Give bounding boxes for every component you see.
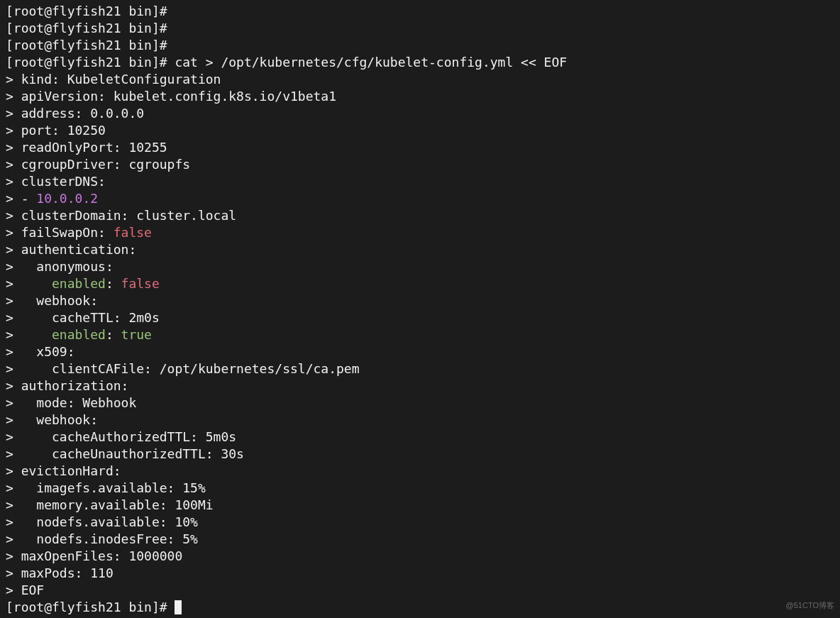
terminal-text-segment: > maxOpenFiles: 1000000 [6, 548, 182, 563]
terminal-text-segment: > webhook: [6, 412, 98, 427]
terminal-text-segment: [root@flyfish21 bin]# [6, 600, 175, 614]
terminal-text-segment: > failSwapOn: [6, 225, 114, 240]
terminal-line: > maxOpenFiles: 1000000 [6, 548, 834, 565]
terminal-text-segment: > cgroupDriver: cgroupfs [6, 157, 190, 172]
terminal-line: > webhook: [6, 412, 834, 429]
terminal-text-segment: > nodefs.inodesFree: 5% [6, 531, 198, 546]
terminal-text-segment: : [106, 327, 121, 342]
terminal-text-segment: enabled [52, 276, 106, 291]
terminal-line: > cgroupDriver: cgroupfs [6, 156, 834, 173]
terminal-text-segment: > clientCAFile: /opt/kubernetes/ssl/ca.p… [6, 361, 360, 376]
terminal-text-segment: > EOF [6, 583, 44, 597]
terminal-text-segment: > maxPods: 110 [6, 565, 114, 580]
terminal-output[interactable]: [root@flyfish21 bin]#[root@flyfish21 bin… [0, 0, 840, 618]
terminal-cursor [175, 600, 182, 614]
terminal-text-segment: enabled [52, 327, 106, 342]
terminal-text-segment: > apiVersion: kubelet.config.k8s.io/v1be… [6, 89, 336, 104]
terminal-line: > port: 10250 [6, 122, 834, 139]
terminal-line: > readOnlyPort: 10255 [6, 139, 834, 156]
terminal-text-segment: > nodefs.available: 10% [6, 514, 198, 529]
terminal-line: > cacheAuthorizedTTL: 5m0s [6, 429, 834, 446]
terminal-text-segment: > webhook: [6, 293, 98, 308]
terminal-text-segment: > evictionHard: [6, 463, 121, 478]
watermark-text: @51CTO博客 [786, 597, 834, 614]
terminal-line: [root@flyfish21 bin]# [6, 599, 834, 616]
terminal-line: > evictionHard: [6, 463, 834, 480]
terminal-text-segment: : [106, 276, 121, 291]
terminal-line: > - 10.0.0.2 [6, 190, 834, 207]
terminal-line: > kind: KubeletConfiguration [6, 71, 834, 88]
terminal-line: [root@flyfish21 bin]# [6, 20, 834, 37]
terminal-text-segment: > memory.available: 100Mi [6, 497, 214, 512]
terminal-line: > clusterDomain: cluster.local [6, 207, 834, 224]
terminal-line: > clientCAFile: /opt/kubernetes/ssl/ca.p… [6, 360, 834, 377]
terminal-line: > cacheTTL: 2m0s [6, 309, 834, 326]
terminal-text-segment: > mode: Webhook [6, 395, 136, 410]
terminal-text-segment: true [121, 327, 152, 342]
terminal-text-segment: > address: 0.0.0.0 [6, 106, 144, 121]
terminal-text-segment: > cacheUnauthorizedTTL: 30s [6, 446, 244, 461]
terminal-text-segment: > cacheTTL: 2m0s [6, 310, 160, 325]
terminal-line: > authorization: [6, 377, 834, 394]
terminal-text-segment: 10.0.0.2 [36, 191, 98, 206]
terminal-text-segment: [root@flyfish21 bin]# [6, 21, 167, 35]
terminal-text-segment: > port: 10250 [6, 123, 106, 138]
terminal-text-segment: > kind: KubeletConfiguration [6, 72, 221, 87]
terminal-line: > nodefs.available: 10% [6, 514, 834, 531]
terminal-line: [root@flyfish21 bin]# [6, 37, 834, 54]
terminal-line: > nodefs.inodesFree: 5% [6, 531, 834, 548]
terminal-text-segment: false [114, 225, 152, 240]
terminal-text-segment: [root@flyfish21 bin]# cat > /opt/kuberne… [6, 55, 567, 70]
terminal-text-segment: [root@flyfish21 bin]# [6, 4, 167, 18]
terminal-text-segment: > x509: [6, 344, 75, 359]
terminal-line: > cacheUnauthorizedTTL: 30s [6, 446, 834, 463]
terminal-line: > x509: [6, 343, 834, 360]
terminal-text-segment: > clusterDomain: cluster.local [6, 208, 236, 223]
terminal-text-segment: > authentication: [6, 242, 136, 257]
terminal-line: > enabled: true [6, 326, 834, 343]
terminal-line: [root@flyfish21 bin]# cat > /opt/kuberne… [6, 54, 834, 71]
terminal-text-segment: > - [6, 191, 36, 206]
terminal-line: > anonymous: [6, 258, 834, 275]
terminal-line: > maxPods: 110 [6, 565, 834, 582]
terminal-text-segment: > clusterDNS: [6, 174, 106, 189]
terminal-line: > EOF [6, 582, 834, 599]
terminal-text-segment: false [121, 276, 160, 291]
terminal-text-segment: > authorization: [6, 378, 128, 393]
terminal-text-segment: > [6, 276, 52, 291]
terminal-text-segment: [root@flyfish21 bin]# [6, 38, 167, 53]
terminal-text-segment: > anonymous: [6, 259, 114, 274]
terminal-text-segment: > imagefs.available: 15% [6, 480, 206, 495]
terminal-line: > mode: Webhook [6, 394, 834, 412]
terminal-line: > apiVersion: kubelet.config.k8s.io/v1be… [6, 88, 834, 105]
terminal-line: > memory.available: 100Mi [6, 497, 834, 514]
terminal-line: > imagefs.available: 15% [6, 480, 834, 497]
terminal-line: > address: 0.0.0.0 [6, 105, 834, 122]
terminal-text-segment: > cacheAuthorizedTTL: 5m0s [6, 429, 236, 444]
terminal-line: > enabled: false [6, 275, 834, 292]
terminal-line: > clusterDNS: [6, 173, 834, 190]
terminal-line: > failSwapOn: false [6, 224, 834, 241]
terminal-line: > authentication: [6, 241, 834, 258]
terminal-line: [root@flyfish21 bin]# [6, 3, 834, 20]
terminal-text-segment: > readOnlyPort: 10255 [6, 140, 167, 155]
terminal-line: > webhook: [6, 292, 834, 309]
terminal-text-segment: > [6, 327, 52, 342]
